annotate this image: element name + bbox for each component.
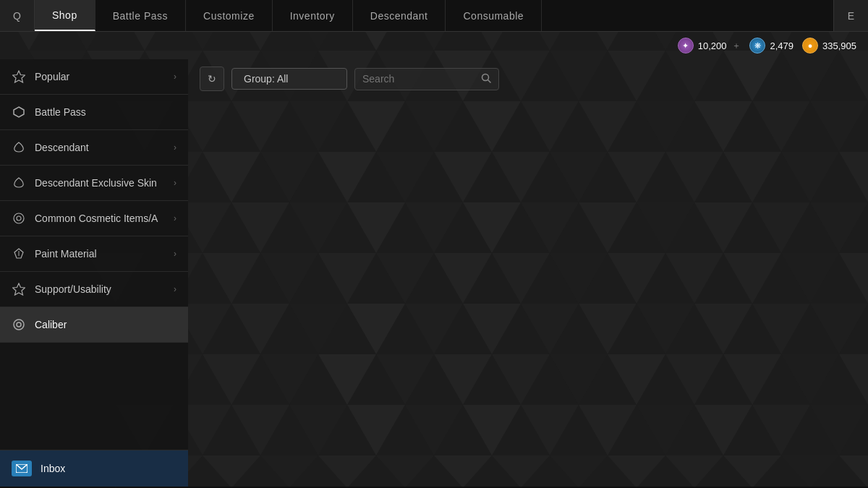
battle-pass-icon — [12, 105, 26, 119]
nav-tab-customize[interactable]: Customize — [186, 0, 273, 31]
search-box — [354, 68, 499, 90]
purple-currency-value: 10,200 — [698, 40, 727, 51]
sidebar-label-popular: Popular — [35, 71, 165, 82]
sidebar-spacer — [0, 343, 188, 450]
popular-icon — [12, 69, 26, 84]
chevron-icon-descendant-exclusive: › — [174, 178, 176, 188]
sidebar-item-descendant-exclusive[interactable]: Descendant Exclusive Skin› — [0, 166, 188, 201]
sidebar-label-support-usability: Support/Usability — [35, 283, 165, 295]
left-nav-icon-btn[interactable]: Q — [0, 0, 35, 31]
nav-tab-battle-pass[interactable]: Battle Pass — [95, 0, 186, 31]
content-grid — [188, 98, 868, 487]
sidebar-item-popular[interactable]: Popular› — [0, 59, 188, 95]
q-icon: Q — [13, 10, 21, 22]
sidebar-label-descendant-exclusive: Descendant Exclusive Skin — [35, 177, 165, 189]
sidebar-item-paint-material[interactable]: Paint Material› — [0, 236, 188, 272]
sidebar-label-paint-material: Paint Material — [35, 248, 165, 260]
content-area: ↻ Group: All — [188, 59, 868, 487]
paint-material-icon — [12, 247, 26, 261]
svg-point-155 — [17, 216, 21, 221]
svg-marker-153 — [14, 107, 24, 117]
chevron-icon-support-usability: › — [174, 284, 176, 294]
purple-currency-icon: ✦ — [678, 38, 694, 53]
purple-currency-plus[interactable]: ＋ — [732, 40, 741, 52]
descendant-icon — [12, 140, 26, 155]
gold-currency-value: 335,905 — [822, 40, 856, 51]
sidebar-label-common-cosmetic: Common Cosmetic Items/A — [35, 213, 165, 224]
right-nav-icon-btn[interactable]: E — [833, 0, 868, 31]
inbox-label: Inbox — [41, 463, 65, 474]
search-icon[interactable] — [481, 73, 491, 85]
descendant-exclusive-icon — [12, 176, 26, 190]
e-icon: E — [848, 10, 854, 22]
sidebar-label-descendant: Descendant — [35, 142, 165, 153]
gold-currency: ● 335,905 — [802, 38, 856, 53]
blue-currency: ❋ 2,479 — [749, 38, 793, 53]
search-input[interactable] — [362, 73, 475, 85]
chevron-icon-paint-material: › — [174, 249, 176, 259]
gold-currency-icon: ● — [802, 38, 818, 53]
group-label: Group: All — [244, 73, 288, 85]
filter-bar: ↻ Group: All — [188, 59, 868, 98]
sidebar-items: Popular›Battle PassDescendant›Descendant… — [0, 59, 188, 343]
svg-marker-152 — [13, 71, 25, 82]
sidebar: Popular›Battle PassDescendant›Descendant… — [0, 59, 188, 487]
sidebar-item-support-usability[interactable]: Support/Usability› — [0, 272, 188, 307]
refresh-icon: ↻ — [208, 73, 216, 85]
support-usability-icon — [12, 282, 26, 296]
refresh-button[interactable]: ↻ — [200, 67, 224, 91]
nav-tab-shop[interactable]: Shop — [35, 0, 95, 31]
sidebar-item-caliber[interactable]: Caliber — [0, 307, 188, 343]
nav-tab-consumable[interactable]: Consumable — [446, 0, 542, 31]
chevron-icon-popular: › — [174, 72, 176, 82]
svg-point-159 — [14, 320, 24, 330]
svg-point-154 — [14, 213, 24, 223]
main-content: Popular›Battle PassDescendant›Descendant… — [0, 59, 868, 487]
svg-line-163 — [488, 80, 491, 82]
blue-currency-value: 2,479 — [770, 40, 793, 51]
inbox-icon — [12, 461, 32, 476]
currency-bar: ✦ 10,200 ＋ ❋ 2,479 ● 335,905 — [0, 32, 868, 59]
nav-tab-descendant[interactable]: Descendant — [353, 0, 446, 31]
sidebar-item-common-cosmetic[interactable]: Common Cosmetic Items/A› — [0, 201, 188, 236]
chevron-icon-common-cosmetic: › — [174, 213, 176, 223]
top-navigation: Q ShopBattle PassCustomizeInventoryDesce… — [0, 0, 868, 32]
sidebar-item-battle-pass[interactable]: Battle Pass — [0, 95, 188, 130]
svg-marker-158 — [13, 283, 25, 295]
caliber-icon — [12, 317, 26, 332]
blue-currency-icon: ❋ — [749, 38, 765, 53]
group-dropdown[interactable]: Group: All — [231, 68, 347, 90]
nav-tabs: ShopBattle PassCustomizeInventoryDescend… — [35, 0, 542, 31]
sidebar-item-descendant[interactable]: Descendant› — [0, 130, 188, 166]
svg-point-160 — [17, 322, 21, 327]
sidebar-label-battle-pass: Battle Pass — [35, 106, 176, 118]
common-cosmetic-icon — [12, 211, 26, 226]
purple-currency: ✦ 10,200 ＋ — [678, 38, 741, 53]
nav-tab-inventory[interactable]: Inventory — [273, 0, 353, 31]
sidebar-label-caliber: Caliber — [35, 319, 176, 330]
chevron-icon-descendant: › — [174, 142, 176, 153]
inbox-item[interactable]: Inbox — [0, 450, 188, 487]
